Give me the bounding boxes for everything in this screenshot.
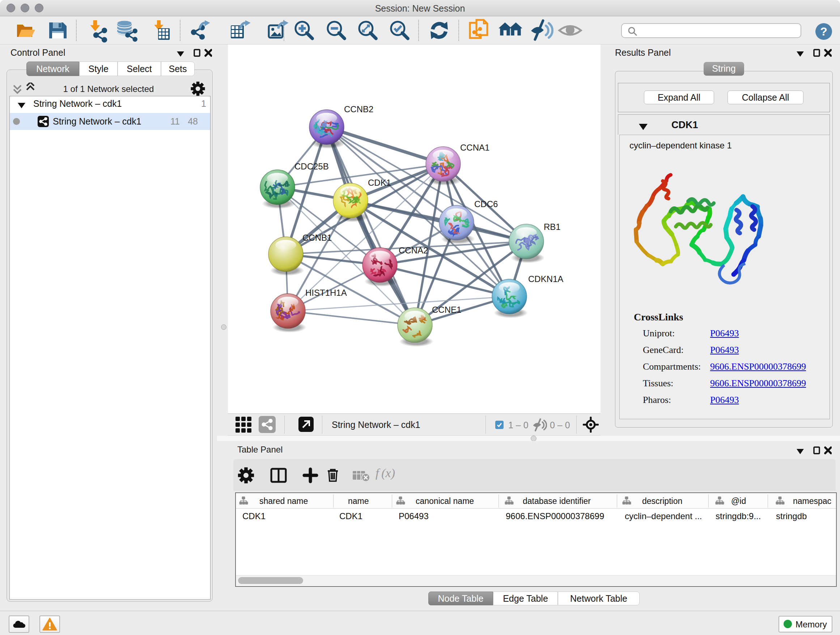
svg-text:CDC25B: CDC25B (294, 162, 329, 171)
svg-text:CDC6: CDC6 (474, 199, 498, 209)
svg-text:CDK1: CDK1 (368, 178, 391, 187)
svg-text:CCNB2: CCNB2 (344, 104, 373, 114)
svg-text:HIST1H1A: HIST1H1A (305, 288, 347, 298)
svg-text:RB1: RB1 (544, 222, 561, 232)
svg-text:CCNA2: CCNA2 (399, 245, 428, 255)
svg-text:CCNE1: CCNE1 (432, 305, 461, 315)
svg-text:CCNB1: CCNB1 (302, 233, 332, 242)
svg-text:CCNA1: CCNA1 (460, 143, 489, 152)
svg-text:CDKN1A: CDKN1A (528, 274, 563, 284)
